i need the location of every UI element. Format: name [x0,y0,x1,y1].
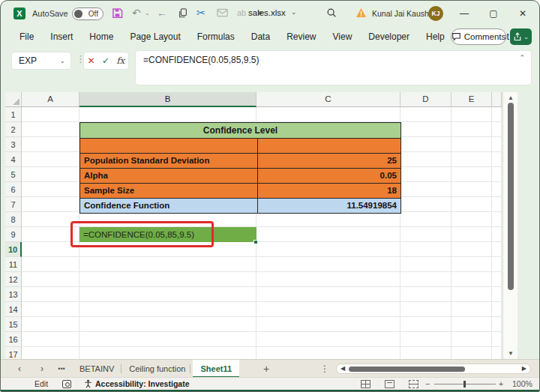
row-header[interactable]: 1 [5,107,22,122]
row-header[interactable]: 7 [5,197,22,212]
sheet-nav-right-icon[interactable]: › [35,360,49,378]
minimize-icon[interactable]: — [458,7,471,20]
name-box[interactable]: EXP ⌄ [11,52,71,70]
comments-button[interactable]: Comments [451,28,506,45]
horizontal-scrollbar-thumb[interactable] [349,367,465,372]
autosave-toggle[interactable]: Off [72,7,104,20]
cancel-entry-icon[interactable]: ✕ [88,55,95,66]
column-header[interactable] [492,92,502,107]
avatar[interactable]: KJ [428,6,443,21]
table-value-cell[interactable]: 25 [258,154,400,168]
select-all-corner[interactable] [5,92,22,107]
row-header[interactable]: 6 [5,182,22,197]
accessibility-status[interactable]: Accessibility: Investigate [95,378,189,391]
table-value-cell[interactable]: 11.54919854 [258,199,400,213]
scroll-up-icon[interactable]: ▲ [503,94,518,101]
ribbon-tab[interactable]: View [325,26,361,47]
row-header[interactable]: 9 [5,227,22,242]
ribbon-tab[interactable]: Page Layout [122,26,188,47]
sheet-options-icon[interactable]: ⋮ [320,360,330,378]
table-label-cell[interactable] [80,139,258,153]
row-header[interactable]: 16 [5,332,22,347]
scroll-left-icon[interactable]: ◀ [340,365,345,372]
column-header[interactable]: D [400,92,452,107]
row-header[interactable]: 11 [5,257,22,272]
zoom-level[interactable]: 100% [512,378,532,391]
page-layout-view-icon[interactable] [385,380,394,388]
table-value-cell[interactable]: 0.05 [258,169,400,183]
vertical-scrollbar-thumb[interactable] [508,103,514,290]
fill-handle[interactable] [254,240,258,244]
confirm-entry-icon[interactable]: ✓ [102,55,110,66]
toggle-knob-icon [74,10,82,18]
copy-icon[interactable] [178,7,188,19]
macro-record-icon[interactable] [62,380,71,388]
mode-indicator[interactable]: Edit [34,378,48,391]
sheet-nav-left-icon[interactable]: ‹ [13,360,26,378]
ribbon-tab[interactable]: File [11,26,42,47]
column-header[interactable]: C [256,92,400,107]
sheet-tab[interactable]: Ceiling function [122,360,193,378]
row-header[interactable]: 8 [5,212,22,227]
horizontal-scrollbar[interactable]: ◀ ▶ [336,364,531,374]
warning-icon[interactable] [356,7,367,18]
collapse-formula-bar-icon[interactable]: ⌃ [519,54,525,61]
sheet-tab[interactable]: Sheet11 [193,360,239,378]
column-header[interactable]: A [22,92,80,107]
ribbon-tab[interactable]: Developer [360,26,418,47]
zoom-out-icon[interactable]: − [425,378,430,391]
back-arrow-icon[interactable]: ← [157,7,167,19]
save-icon[interactable] [112,7,123,19]
table-label-cell[interactable]: Sample Size [80,184,258,198]
sheet-tab[interactable]: BETAINV [72,360,122,378]
filename-chevron-icon[interactable]: ⌄ [291,8,297,16]
row-header[interactable]: 2 [5,122,22,137]
close-icon[interactable]: ✕ [516,7,530,20]
more-sheets-icon[interactable]: ••• [53,360,70,378]
add-sheet-icon[interactable]: + [260,360,273,378]
page-break-view-icon[interactable] [409,380,418,388]
document-title[interactable]: sales.xlsx [248,8,286,17]
undo-icon[interactable]: ↶ [132,7,141,19]
row-header[interactable]: 13 [5,287,22,302]
ribbon-tab[interactable]: Insert [42,26,81,47]
column-header[interactable]: B [80,92,256,107]
table-row [80,138,400,153]
maximize-icon[interactable]: ▢ [487,7,500,20]
row-header[interactable]: 3 [5,137,22,152]
column-header[interactable]: E [452,92,492,107]
ribbon-tab[interactable]: Formulas [189,26,243,47]
row-header[interactable]: 5 [5,167,22,182]
ribbon-tab[interactable]: Data [243,26,278,47]
row-header[interactable]: 12 [5,272,22,287]
insert-function-icon[interactable]: fx [116,55,124,66]
search-icon[interactable] [326,7,337,18]
zoom-slider-thumb[interactable] [464,381,466,388]
cut-icon[interactable]: ✂ [196,7,206,19]
share-button[interactable]: ⌄ [510,28,532,45]
scroll-right-icon[interactable]: ▶ [522,365,526,372]
row-header[interactable]: 15 [5,317,22,332]
row-header[interactable]: 10 [5,242,22,257]
table-label-cell[interactable]: Population Standard Deviation [80,154,258,168]
excel-logo-icon[interactable]: X [14,7,26,19]
ribbon-tab[interactable]: Home [81,26,122,47]
table-label-cell[interactable]: Alpha [80,169,258,183]
table-title-cell[interactable]: Confidence Level [80,123,400,138]
user-name[interactable]: Kunal Jai Kaushik [372,9,434,18]
table-label-cell[interactable]: Confidence Function [80,199,258,213]
formula-text[interactable]: =CONFIDENCE(0.05,85,9.5) [143,55,259,65]
formula-input[interactable]: =CONFIDENCE(0.05,85,9.5) ⌃ [135,50,532,85]
name-box-chevron-icon[interactable]: ⌄ [59,57,65,64]
table-value-cell[interactable]: 18 [258,184,400,198]
ribbon-tab[interactable]: Review [278,26,324,47]
ribbon-tab[interactable]: Help [418,26,453,47]
zoom-in-icon[interactable]: + [499,378,503,391]
vertical-scrollbar[interactable]: ▲ ▼ [502,92,518,359]
table-value-cell[interactable] [258,139,400,153]
undo-chevron-icon[interactable]: ⌄ [145,7,150,19]
row-header[interactable]: 4 [5,152,22,167]
normal-view-icon[interactable] [361,380,370,388]
row-header[interactable]: 14 [5,302,22,317]
scroll-down-icon[interactable]: ▼ [503,350,518,357]
